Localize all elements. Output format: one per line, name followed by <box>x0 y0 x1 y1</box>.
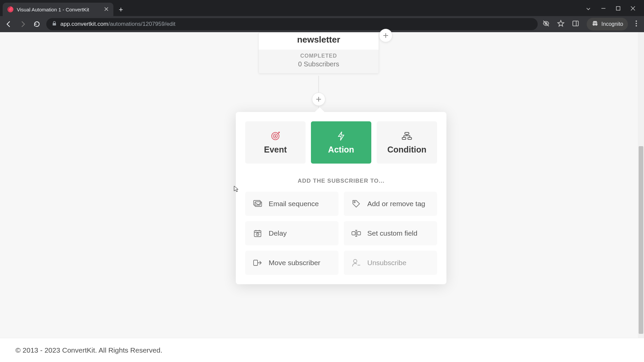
section-title: ADD THE SUBSCRIBER TO... <box>245 178 437 184</box>
automation-node[interactable]: newsletter COMPLETED 0 Subscribers <box>258 32 379 74</box>
option-move-subscriber[interactable]: Move subscriber <box>245 251 338 275</box>
node-subscribers: 0 Subscribers <box>259 60 379 68</box>
option-label: Unsubscribe <box>367 259 407 267</box>
svg-rect-12 <box>405 132 409 134</box>
tab-label: Condition <box>387 145 427 155</box>
favicon-icon <box>7 6 13 12</box>
reload-button[interactable] <box>32 19 42 29</box>
maximize-icon[interactable] <box>616 6 621 13</box>
incognito-badge[interactable]: Incognito <box>587 18 628 31</box>
option-label: Move subscriber <box>269 259 320 267</box>
incognito-label: Incognito <box>601 21 623 27</box>
lock-icon <box>52 21 57 28</box>
svg-point-23 <box>354 259 357 263</box>
svg-rect-3 <box>573 21 579 26</box>
scroll-thumb[interactable] <box>639 146 643 334</box>
tab-condition[interactable]: Condition <box>377 121 437 164</box>
kebab-menu-icon[interactable] <box>635 20 637 28</box>
add-step-panel: Event Action Condition ADD THE SUBSCRIBE… <box>236 112 446 284</box>
star-icon[interactable] <box>557 20 565 28</box>
unsubscribe-icon <box>351 258 361 268</box>
window-controls <box>577 6 644 16</box>
mail-sequence-icon <box>253 199 263 209</box>
svg-point-11 <box>275 135 276 136</box>
tab-label: Event <box>264 145 287 155</box>
svg-rect-14 <box>408 137 412 139</box>
target-icon <box>270 131 281 141</box>
close-tab-icon[interactable] <box>104 7 109 12</box>
svg-rect-1 <box>53 23 56 25</box>
svg-point-7 <box>636 23 637 24</box>
option-label: Set custom field <box>367 229 417 237</box>
option-label: Email sequence <box>269 200 319 208</box>
browser-tab-strip: Visual Automation 1 - ConvertKit + <box>0 0 644 16</box>
incognito-icon <box>591 20 599 28</box>
svg-rect-21 <box>357 232 361 235</box>
tab-event[interactable]: Event <box>245 121 306 164</box>
chevron-down-icon[interactable] <box>586 6 591 13</box>
cursor-icon <box>234 186 239 194</box>
scrollbar[interactable] <box>638 32 644 362</box>
branch-icon <box>401 131 412 141</box>
svg-rect-0 <box>616 7 620 10</box>
option-unsubscribe[interactable]: Unsubscribe <box>344 251 437 275</box>
panel-icon[interactable] <box>572 20 579 28</box>
option-label: Add or remove tag <box>367 200 425 208</box>
option-label: Delay <box>269 229 287 237</box>
add-side-button[interactable] <box>379 29 392 42</box>
add-step-button[interactable] <box>312 93 325 106</box>
lightning-icon <box>336 131 346 141</box>
browser-tab[interactable]: Visual Automation 1 - ConvertKit <box>3 3 113 16</box>
node-status: COMPLETED <box>259 53 379 59</box>
svg-rect-13 <box>402 137 406 139</box>
tab-title: Visual Automation 1 - ConvertKit <box>17 7 89 12</box>
footer-text: © 2013 - 2023 ConvertKit. All Rights Res… <box>15 346 162 354</box>
custom-field-icon <box>351 228 361 238</box>
move-icon <box>253 258 263 268</box>
option-delay[interactable]: Delay <box>245 221 338 245</box>
option-email-sequence[interactable]: Email sequence <box>245 192 338 216</box>
new-tab-button[interactable]: + <box>113 5 128 16</box>
footer: © 2013 - 2023 ConvertKit. All Rights Res… <box>0 338 644 362</box>
tab-action[interactable]: Action <box>311 121 371 164</box>
back-button[interactable] <box>4 19 13 29</box>
svg-point-5 <box>595 23 597 25</box>
browser-toolbar: app.convertkit.com/automations/1207959/e… <box>0 16 644 32</box>
tab-label: Action <box>328 145 354 155</box>
url-text: app.convertkit.com/automations/1207959/e… <box>60 21 175 27</box>
minimize-icon[interactable] <box>601 6 606 13</box>
svg-rect-20 <box>352 232 355 235</box>
toolbar-right: Incognito <box>542 18 640 31</box>
svg-point-8 <box>636 25 637 26</box>
option-add-remove-tag[interactable]: Add or remove tag <box>344 192 437 216</box>
close-window-icon[interactable] <box>631 6 635 13</box>
svg-point-17 <box>354 201 355 203</box>
eye-off-icon[interactable] <box>542 20 550 28</box>
address-bar[interactable]: app.convertkit.com/automations/1207959/e… <box>46 18 538 30</box>
tag-icon <box>351 199 361 209</box>
option-set-custom-field[interactable]: Set custom field <box>344 221 437 245</box>
svg-point-4 <box>593 23 595 25</box>
forward-button[interactable] <box>18 19 28 29</box>
svg-point-6 <box>636 20 637 22</box>
page-canvas[interactable]: newsletter COMPLETED 0 Subscribers Event <box>0 32 644 362</box>
node-title: newsletter <box>259 35 379 45</box>
svg-rect-15 <box>255 202 262 206</box>
svg-rect-22 <box>254 260 258 265</box>
connector-line <box>318 76 319 93</box>
calendar-icon <box>253 228 263 238</box>
